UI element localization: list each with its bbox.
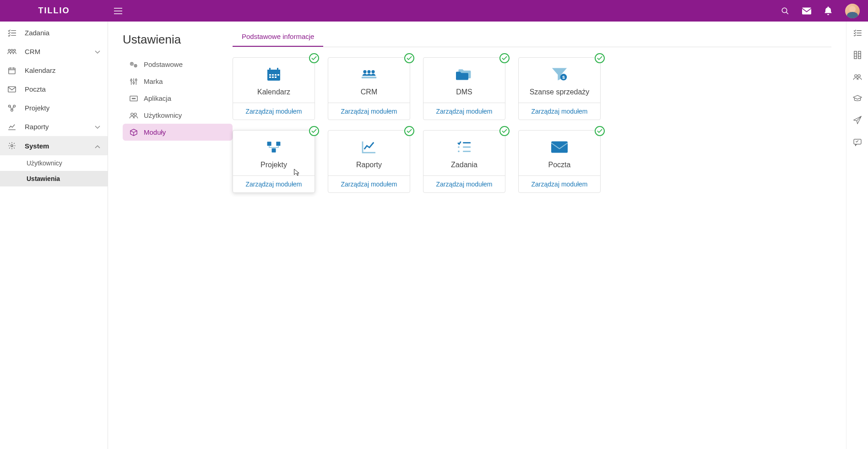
paper-plane-icon — [853, 116, 862, 124]
module-card-szanse-sprzedazy: $ Szanse sprzedaży Zarządzaj modułem — [518, 57, 601, 120]
module-name: Raporty — [356, 161, 382, 169]
settings-nav-marka[interactable]: Marka — [123, 73, 233, 90]
tab-podstawowe-informacje[interactable]: Podstawowe informacje — [233, 33, 323, 47]
sidebar-label: Kalendarz — [25, 66, 56, 74]
education-icon — [853, 95, 862, 101]
enabled-check-icon — [499, 126, 510, 136]
checklist-icon — [7, 29, 16, 37]
sidebar: Zadania CRM Kalendarz Poczta Projekty Ra… — [0, 22, 108, 449]
chart-line-icon — [7, 124, 16, 130]
svg-rect-18 — [130, 96, 137, 101]
topbar: TILLIO — [0, 0, 868, 22]
manage-module-link[interactable]: Zarządzaj modułem — [328, 103, 410, 120]
sidebar-item-system[interactable]: System — [0, 136, 108, 155]
sidebar-item-kalendarz[interactable]: Kalendarz — [0, 61, 108, 80]
brand-logo[interactable]: TILLIO — [0, 6, 108, 16]
manage-module-link[interactable]: Zarządzaj modułem — [519, 175, 600, 192]
svg-rect-34 — [275, 77, 277, 78]
manage-module-link[interactable]: Zarządzaj modułem — [328, 175, 410, 192]
people-icon — [7, 49, 16, 55]
enabled-check-icon — [309, 126, 319, 136]
mail-icon — [802, 7, 811, 15]
right-boards-button[interactable] — [854, 51, 861, 61]
svg-rect-42 — [276, 142, 280, 146]
sidebar-subitem-uzytkownicy[interactable]: Użytkownicy — [0, 155, 108, 171]
right-users-button[interactable] — [853, 74, 862, 82]
right-education-button[interactable] — [853, 95, 862, 103]
svg-rect-30 — [275, 74, 277, 76]
svg-point-13 — [134, 64, 137, 67]
sidebar-subitem-ustawienia[interactable]: Ustawienia — [0, 171, 108, 186]
settings-nav-uzytkownicy[interactable]: Użytkownicy — [123, 107, 233, 124]
enabled-check-icon — [309, 53, 319, 63]
settings-nav-label: Podstawowe — [144, 60, 183, 68]
sidebar-item-projekty[interactable]: Projekty — [0, 99, 108, 117]
chevron-up-icon — [95, 142, 100, 150]
network-icon — [7, 104, 16, 112]
funnel-icon: $ — [551, 66, 568, 82]
manage-module-link[interactable]: Zarządzaj modułem — [233, 103, 315, 120]
bell-icon — [824, 6, 832, 16]
svg-point-3 — [11, 49, 13, 51]
module-name: CRM — [361, 88, 377, 96]
manage-module-link[interactable]: Zarządzaj modułem — [233, 175, 315, 192]
manage-module-link[interactable]: Zarządzaj modułem — [423, 103, 505, 120]
svg-point-21 — [135, 98, 136, 99]
user-avatar[interactable] — [845, 4, 860, 18]
notifications-button[interactable] — [824, 6, 832, 16]
menu-toggle-button[interactable] — [108, 8, 128, 14]
svg-rect-29 — [272, 74, 274, 76]
gears-icon — [129, 61, 138, 68]
topbar-actions — [781, 4, 868, 18]
chat-icon — [853, 139, 862, 146]
sidebar-label: Raporty — [25, 123, 49, 131]
svg-rect-1 — [802, 7, 811, 14]
svg-point-36 — [363, 70, 366, 73]
svg-point-19 — [132, 98, 133, 99]
sidebar-item-raporty[interactable]: Raporty — [0, 117, 108, 136]
module-card-zadania: Zadania Zarządzaj modułem — [423, 130, 505, 193]
search-button[interactable] — [781, 7, 789, 15]
module-card-projekty: Projekty Zarządzaj modułem — [233, 130, 315, 193]
mail-icon — [551, 139, 568, 155]
users-icon — [853, 74, 862, 80]
gear-icon — [7, 142, 16, 150]
right-chat-button[interactable] — [853, 139, 862, 148]
mail-button[interactable] — [802, 7, 811, 15]
svg-point-20 — [133, 98, 134, 99]
search-icon — [781, 7, 789, 15]
users-icon — [129, 112, 138, 119]
svg-rect-41 — [267, 142, 271, 146]
manage-module-link[interactable]: Zarządzaj modułem — [423, 175, 505, 192]
module-name: Kalendarz — [257, 88, 290, 96]
svg-point-15 — [130, 79, 132, 81]
enabled-check-icon — [595, 126, 605, 136]
svg-point-16 — [133, 82, 135, 83]
settings-nav-podstawowe[interactable]: Podstawowe — [123, 56, 233, 73]
svg-point-14 — [135, 65, 136, 66]
settings-nav-moduly[interactable]: Moduły — [123, 124, 233, 141]
cube-icon — [129, 129, 138, 136]
sidebar-label: System — [25, 142, 49, 150]
right-checklist-button[interactable] — [853, 30, 862, 38]
sidebar-item-zadania[interactable]: Zadania — [0, 23, 108, 42]
svg-rect-27 — [277, 68, 278, 71]
sliders-icon — [129, 78, 138, 85]
svg-point-50 — [857, 75, 860, 77]
module-card-poczta: Poczta Zarządzaj modułem — [518, 130, 601, 193]
app-icon — [129, 95, 138, 102]
sidebar-item-poczta[interactable]: Poczta — [0, 80, 108, 99]
module-card-dms: DMS Zarządzaj modułem — [423, 57, 505, 120]
manage-module-link[interactable]: Zarządzaj modułem — [519, 103, 600, 120]
settings-nav-aplikacja[interactable]: Aplikacja — [123, 90, 233, 107]
svg-point-4 — [14, 49, 16, 51]
sidebar-item-crm[interactable]: CRM — [0, 42, 108, 61]
right-send-button[interactable] — [853, 116, 862, 126]
svg-rect-5 — [9, 68, 15, 73]
settings-nav-label: Moduły — [144, 128, 166, 136]
sidebar-label: Zadania — [25, 29, 49, 37]
svg-rect-46 — [551, 141, 568, 153]
module-card-crm: CRM Zarządzaj modułem — [328, 57, 410, 120]
module-card-raporty: Raporty Zarządzaj modułem — [328, 130, 410, 193]
boards-icon — [854, 51, 861, 59]
